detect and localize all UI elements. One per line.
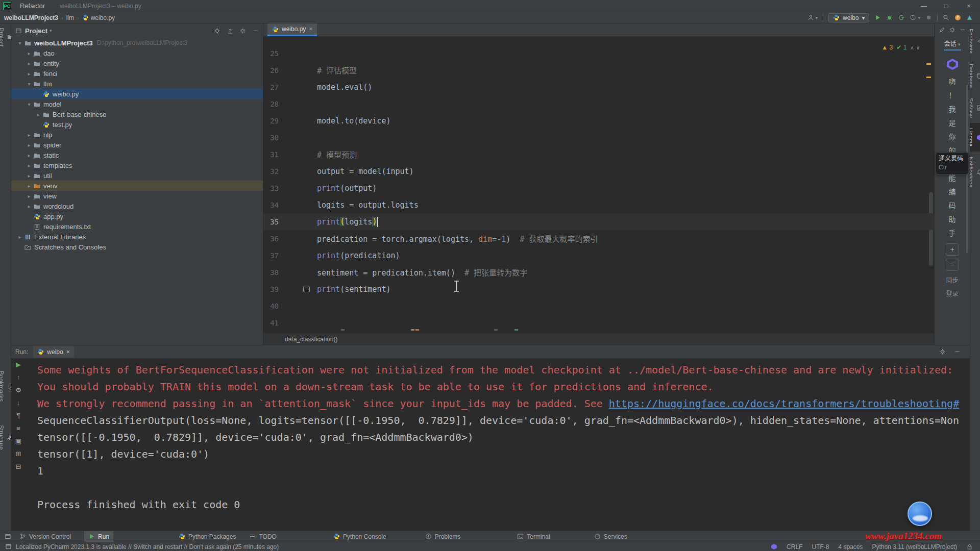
gear-icon[interactable] [949, 27, 955, 33]
lingma-action-button[interactable]: + [946, 243, 959, 256]
tree-toggle-icon[interactable]: ▸ [26, 61, 33, 66]
tree-toggle-icon[interactable]: ▸ [16, 234, 23, 240]
tree-toggle-icon[interactable]: ▾ [16, 40, 23, 46]
maximize-button[interactable]: □ [935, 0, 958, 12]
code-line-27[interactable]: 27model.eval() [263, 79, 934, 95]
breadcrumb-item[interactable]: weibo.py [91, 14, 115, 21]
console-toolbar-icon[interactable]: ≡ [16, 424, 20, 432]
code-line-39[interactable]: 39print(sentiment) [263, 281, 934, 297]
new-chat-icon[interactable] [939, 27, 945, 33]
tree-item-scratches and consoles[interactable]: Scratches and Consoles [11, 242, 263, 252]
tree-item-static[interactable]: ▸static [11, 150, 263, 160]
hide-panel-icon[interactable] [954, 348, 961, 355]
tree-toggle-icon[interactable]: ▸ [26, 51, 33, 56]
console-toolbar-icon[interactable]: ¶ [17, 412, 20, 419]
tree-item-wordcloud[interactable]: ▸wordcloud [11, 201, 263, 211]
gear-icon[interactable] [239, 28, 246, 34]
profiler-button[interactable]: ▾ [910, 14, 920, 21]
hide-panel-icon[interactable] [959, 27, 966, 33]
tree-toggle-icon[interactable]: ▸ [26, 193, 33, 199]
lingma-action-button[interactable]: − [946, 259, 959, 271]
rerun-icon[interactable]: ▶ [16, 361, 21, 368]
tree-toggle-icon[interactable]: ▸ [26, 173, 33, 179]
console-toolbar-icon[interactable]: ⚙ [15, 386, 21, 394]
hide-panel-icon[interactable] [252, 28, 259, 34]
status-message[interactable]: Localized PyCharm 2023.1.3 is available … [0, 543, 279, 550]
collapse-all-icon[interactable] [227, 28, 233, 34]
console-link[interactable]: https://huggingface.co/docs/transformers… [609, 397, 959, 410]
code-line-37[interactable]: 37print(predication) [263, 247, 934, 264]
editor-tab-weibo[interactable]: weibo.py × [267, 23, 317, 36]
tree-item-util[interactable]: ▸util [11, 170, 263, 181]
toolwindow-button-run[interactable]: Run [84, 531, 113, 542]
code-line-28[interactable]: 28 [263, 95, 934, 112]
lingma-label[interactable]: 同步 [935, 276, 970, 284]
tree-toggle-icon[interactable]: ▸ [26, 183, 33, 189]
code-line-29[interactable]: 29model.to(device) [263, 112, 934, 129]
tree-item-llm[interactable]: ▾llm [11, 79, 263, 89]
console-toolbar-icon[interactable]: ▣ [15, 437, 21, 445]
code-line-35[interactable]: 35print(logits) [263, 213, 934, 230]
lingma-label[interactable]: 登录 [935, 289, 970, 297]
project-panel-title[interactable]: Project [25, 27, 47, 35]
status-item-4-spaces[interactable]: 4 spaces [838, 543, 863, 550]
select-opened-file-icon[interactable] [214, 28, 220, 34]
breadcrumb-function[interactable]: data_classfication() [285, 336, 337, 343]
tree-item-external libraries[interactable]: ▸External Libraries [11, 232, 263, 242]
lock-icon[interactable] [966, 543, 973, 550]
tree-item-weibo.py[interactable]: weibo.py [11, 89, 263, 99]
coverage-button[interactable] [898, 14, 904, 21]
tree-item-app.py[interactable]: app.py [11, 211, 263, 221]
toolwindow-button-todo[interactable]: TODO [245, 531, 280, 542]
tree-item-venv[interactable]: ▸venv [11, 181, 263, 191]
tree-item-view[interactable]: ▸view [11, 191, 263, 201]
code-line-38[interactable]: 38sentiment = predication.item() # 把张量转为… [263, 264, 934, 281]
code-line-41[interactable]: 41 [263, 314, 934, 331]
search-everywhere-button[interactable] [943, 14, 949, 21]
tree-toggle-icon[interactable]: ▸ [26, 153, 33, 158]
console-output[interactable]: Some weights of BertForSequenceClassific… [37, 362, 965, 513]
stop-button[interactable] [925, 14, 932, 21]
tree-item-requirements.txt[interactable]: requirements.txt [11, 221, 263, 232]
code-line-40[interactable]: 40 [263, 297, 934, 314]
tree-toggle-icon[interactable]: ▾ [26, 102, 33, 107]
tree-item-dao[interactable]: ▸dao [11, 48, 263, 58]
tree-toggle-icon[interactable]: ▸ [26, 71, 33, 77]
breadcrumb-item[interactable]: llm [66, 14, 74, 21]
status-item-crlf[interactable]: CRLF [787, 543, 802, 550]
tree-item-test.py[interactable]: test.py [11, 119, 263, 130]
debug-button[interactable] [886, 14, 893, 21]
tree-item-entity[interactable]: ▸entity [11, 58, 263, 68]
status-item-utf-8[interactable]: UTF-8 [812, 543, 829, 550]
toolwindow-button-version-control[interactable]: Version Control [15, 531, 75, 542]
lingma-session-tab[interactable]: 会话 ▾ [935, 39, 970, 47]
code-line-25[interactable]: 25 [263, 45, 934, 62]
editor-breadcrumb[interactable]: data_classfication() [263, 333, 934, 345]
console-toolbar-icon[interactable]: ↑ [17, 373, 20, 381]
code-area[interactable]: 2526# 评估模型27model.eval()2829model.to(dev… [263, 37, 934, 331]
tree-toggle-icon[interactable]: ▾ [26, 81, 33, 87]
menu-refactor[interactable]: Refactor [15, 0, 51, 12]
gear-icon[interactable] [939, 348, 946, 355]
toolwindow-button-python-packages[interactable]: Python Packages [175, 531, 240, 542]
toolwindow-button-python-console[interactable]: Python Console [329, 531, 390, 542]
profile-button[interactable]: ▾ [807, 14, 818, 21]
tree-item-nlp[interactable]: ▸nlp [11, 130, 263, 140]
run-configuration-select[interactable]: weibo ▾ [828, 13, 869, 22]
status-item-python-3.11-(weibollmproject)[interactable]: Python 3.11 (weiboLLMProject) [872, 543, 957, 550]
toolwindow-button-terminal[interactable]: Terminal [513, 531, 554, 542]
toolwindow-button-problems[interactable]: Problems [421, 531, 465, 542]
run-button[interactable] [874, 14, 881, 21]
window-switcher-icon[interactable] [0, 533, 15, 540]
close-button[interactable]: × [958, 0, 980, 12]
code-line-33[interactable]: 33print(output) [263, 180, 934, 196]
console-toolbar-icon[interactable]: ↓ [17, 399, 20, 407]
plugin-button[interactable] [966, 14, 973, 21]
tree-toggle-icon[interactable]: ▸ [26, 204, 33, 209]
update-button[interactable] [954, 14, 961, 21]
code-line-31[interactable]: 31# 模型预测 [263, 146, 934, 163]
tree-toggle-icon[interactable]: ▸ [26, 163, 33, 168]
floating-assistant-badge[interactable] [908, 502, 932, 526]
run-tab-weibo[interactable]: weibo × [33, 346, 74, 358]
code-line-26[interactable]: 26# 评估模型 [263, 62, 934, 79]
